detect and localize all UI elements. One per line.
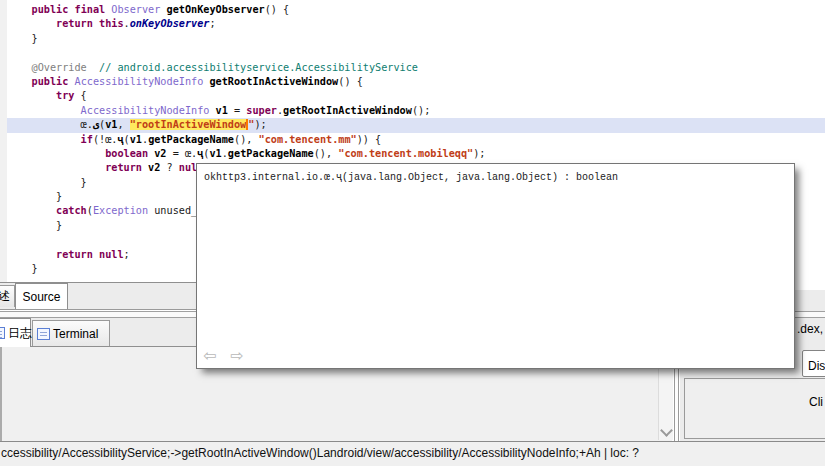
tab-log[interactable]: 日志 <box>0 318 31 347</box>
code-line[interactable]: return this.onKeyObserver; <box>7 17 825 31</box>
tab-terminal[interactable]: Terminal <box>32 320 110 346</box>
code-line[interactable]: public AccessibilityNodeInfo getRootInAc… <box>7 75 825 89</box>
dis-button[interactable]: Dis <box>802 350 825 377</box>
code-line[interactable]: public final Observer getOnKeyObserver()… <box>7 3 825 17</box>
back-arrow-icon[interactable]: ⇦ <box>203 346 216 365</box>
dex-path-fragment: .dex, <box>797 322 823 336</box>
terminal-icon <box>37 328 50 340</box>
tab-description[interactable]: 描述 <box>0 285 15 307</box>
tab-log-label: 日志 <box>8 325 32 342</box>
method-signature-text: okhttp3.internal.io.œ.ҷ(java.lang.Object… <box>204 172 618 183</box>
code-line[interactable]: boolean v2 = œ.ҷ(v1.getPackageName(), "c… <box>7 147 825 161</box>
code-line[interactable]: AccessibilityNodeInfo v1 = super.getRoot… <box>7 104 825 118</box>
code-line[interactable] <box>7 46 825 60</box>
code-line[interactable]: } <box>7 32 825 46</box>
code-line-current[interactable]: œ.ى(v1, "rootInActiveWindow"); <box>7 118 825 132</box>
tab-terminal-label: Terminal <box>53 327 98 341</box>
forward-arrow-icon[interactable]: ⇨ <box>231 346 244 365</box>
method-info-popup: okhttp3.internal.io.œ.ҷ(java.lang.Object… <box>196 163 795 369</box>
right-panel-inner-box: Cli <box>684 378 825 439</box>
decompiler-window: public final Observer getOnKeyObserver()… <box>0 0 825 466</box>
log-icon <box>0 327 5 339</box>
cli-text-fragment: Cli <box>809 395 823 409</box>
code-line[interactable]: @Override // android.accessibilityservic… <box>7 61 825 75</box>
status-bar-text: ccessibility/AccessibilityService;->getR… <box>1 446 639 460</box>
code-line[interactable]: if(!œ.ҷ(v1.getPackageName(), "com.tencen… <box>7 133 825 147</box>
editor-gutter <box>0 0 7 282</box>
code-line[interactable]: try { <box>7 89 825 103</box>
popup-nav: ⇦ ⇨ <box>203 346 253 365</box>
scroll-down-icon[interactable] <box>661 426 671 436</box>
tab-source[interactable]: Source <box>15 283 68 309</box>
status-bar: ccessibility/AccessibilityService;->getR… <box>0 441 825 466</box>
